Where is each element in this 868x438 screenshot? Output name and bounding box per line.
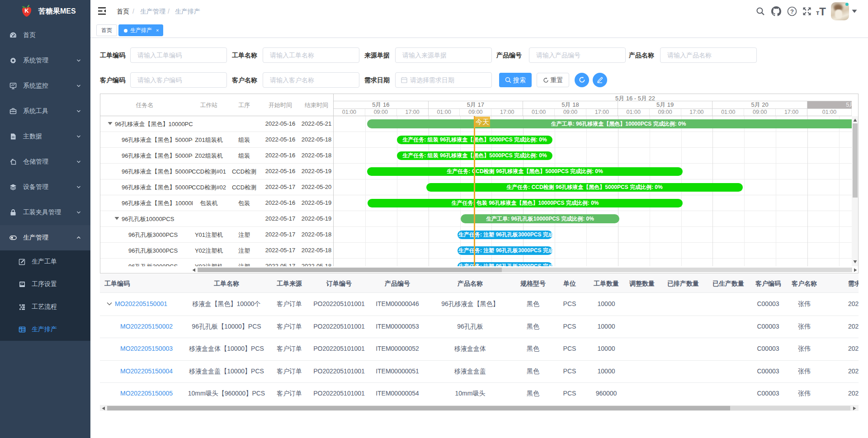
svg-text:?: ? xyxy=(790,8,794,15)
svg-text:K: K xyxy=(24,7,29,14)
